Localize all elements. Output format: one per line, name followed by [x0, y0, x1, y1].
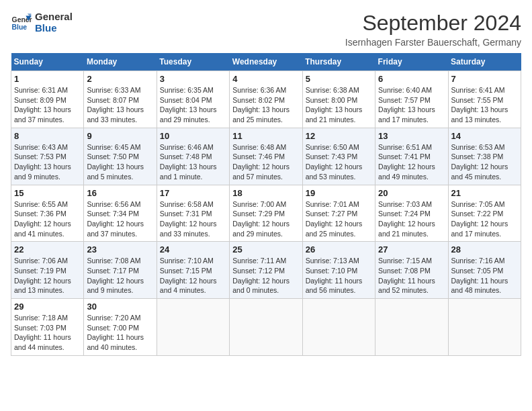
calendar-cell: 13Sunrise: 6:51 AM Sunset: 7:41 PM Dayli…: [375, 128, 448, 185]
day-info: Sunrise: 7:06 AM Sunset: 7:19 PM Dayligh…: [14, 256, 81, 295]
day-info: Sunrise: 6:43 AM Sunset: 7:53 PM Dayligh…: [14, 142, 81, 182]
day-info: Sunrise: 6:36 AM Sunset: 8:02 PM Dayligh…: [232, 85, 299, 125]
day-number: 29: [14, 302, 81, 312]
calendar-cell: 22Sunrise: 7:06 AM Sunset: 7:19 PM Dayli…: [11, 242, 84, 299]
day-info: Sunrise: 7:10 AM Sunset: 7:15 PM Dayligh…: [160, 256, 226, 295]
day-info: Sunrise: 6:38 AM Sunset: 8:00 PM Dayligh…: [306, 85, 372, 125]
svg-text:Blue: Blue: [12, 24, 28, 31]
calendar-cell: 16Sunrise: 6:56 AM Sunset: 7:34 PM Dayli…: [84, 185, 157, 242]
calendar-cell: 14Sunrise: 6:53 AM Sunset: 7:38 PM Dayli…: [448, 128, 521, 185]
day-number: 13: [378, 131, 445, 141]
day-info: Sunrise: 7:15 AM Sunset: 7:08 PM Dayligh…: [378, 256, 445, 295]
calendar-cell: 29Sunrise: 7:18 AM Sunset: 7:03 PM Dayli…: [11, 299, 84, 356]
day-number: 30: [87, 302, 153, 312]
day-number: 20: [378, 188, 445, 198]
calendar-cell: 20Sunrise: 7:03 AM Sunset: 7:24 PM Dayli…: [375, 185, 448, 242]
calendar-cell: [375, 299, 448, 356]
weekday-header-thursday: Thursday: [302, 53, 375, 71]
day-number: 28: [451, 244, 518, 255]
calendar-cell: 11Sunrise: 6:48 AM Sunset: 7:46 PM Dayli…: [230, 128, 302, 185]
calendar-cell: 3Sunrise: 6:35 AM Sunset: 8:04 PM Daylig…: [157, 71, 229, 128]
week-row-5: 29Sunrise: 7:18 AM Sunset: 7:03 PM Dayli…: [11, 299, 521, 356]
day-info: Sunrise: 6:41 AM Sunset: 7:55 PM Dayligh…: [451, 85, 518, 125]
day-info: Sunrise: 6:56 AM Sunset: 7:34 PM Dayligh…: [87, 199, 153, 239]
logo-line2: Blue: [35, 22, 73, 34]
day-number: 26: [306, 244, 372, 255]
week-row-3: 15Sunrise: 6:55 AM Sunset: 7:36 PM Dayli…: [11, 185, 521, 242]
day-number: 7: [451, 74, 518, 84]
day-info: Sunrise: 6:31 AM Sunset: 8:09 PM Dayligh…: [14, 85, 81, 125]
day-info: Sunrise: 7:03 AM Sunset: 7:24 PM Dayligh…: [378, 199, 445, 239]
day-number: 11: [232, 131, 299, 141]
day-number: 25: [232, 244, 299, 255]
day-info: Sunrise: 6:48 AM Sunset: 7:46 PM Dayligh…: [232, 142, 299, 182]
day-info: Sunrise: 6:33 AM Sunset: 8:07 PM Dayligh…: [87, 85, 153, 125]
calendar-cell: 7Sunrise: 6:41 AM Sunset: 7:55 PM Daylig…: [448, 71, 521, 128]
day-number: 4: [232, 74, 299, 84]
day-number: 12: [306, 131, 372, 141]
calendar-cell: 12Sunrise: 6:50 AM Sunset: 7:43 PM Dayli…: [302, 128, 375, 185]
calendar-cell: 2Sunrise: 6:33 AM Sunset: 8:07 PM Daylig…: [84, 71, 157, 128]
calendar-cell: 26Sunrise: 7:13 AM Sunset: 7:10 PM Dayli…: [302, 242, 375, 299]
day-info: Sunrise: 6:46 AM Sunset: 7:48 PM Dayligh…: [160, 142, 226, 182]
day-info: Sunrise: 7:01 AM Sunset: 7:27 PM Dayligh…: [306, 199, 372, 239]
day-number: 5: [306, 74, 372, 84]
calendar-cell: [448, 299, 521, 356]
title-block: September 2024 Isernhagen Farster Bauers…: [345, 11, 521, 48]
day-number: 22: [14, 244, 81, 255]
logo: General Blue General Blue: [11, 11, 73, 34]
calendar-cell: 5Sunrise: 6:38 AM Sunset: 8:00 PM Daylig…: [302, 71, 375, 128]
day-number: 8: [14, 131, 81, 141]
calendar-cell: 24Sunrise: 7:10 AM Sunset: 7:15 PM Dayli…: [157, 242, 229, 299]
month-title: September 2024: [345, 11, 521, 36]
logo-line1: General: [35, 11, 73, 22]
calendar-cell: 23Sunrise: 7:08 AM Sunset: 7:17 PM Dayli…: [84, 242, 157, 299]
week-row-1: 1Sunrise: 6:31 AM Sunset: 8:09 PM Daylig…: [11, 71, 521, 128]
day-number: 10: [160, 131, 226, 141]
day-info: Sunrise: 7:08 AM Sunset: 7:17 PM Dayligh…: [87, 256, 153, 295]
weekday-header-friday: Friday: [375, 53, 448, 71]
calendar-cell: 30Sunrise: 7:20 AM Sunset: 7:00 PM Dayli…: [84, 299, 157, 356]
calendar-table: SundayMondayTuesdayWednesdayThursdayFrid…: [11, 53, 521, 356]
calendar-cell: 18Sunrise: 7:00 AM Sunset: 7:29 PM Dayli…: [230, 185, 302, 242]
day-number: 27: [378, 244, 445, 255]
calendar-cell: 19Sunrise: 7:01 AM Sunset: 7:27 PM Dayli…: [302, 185, 375, 242]
day-info: Sunrise: 7:00 AM Sunset: 7:29 PM Dayligh…: [232, 199, 299, 239]
day-number: 1: [14, 74, 81, 84]
day-number: 3: [160, 74, 226, 84]
day-number: 21: [451, 188, 518, 198]
day-info: Sunrise: 7:05 AM Sunset: 7:22 PM Dayligh…: [451, 199, 518, 239]
weekday-header-saturday: Saturday: [448, 53, 521, 71]
weekday-header-row: SundayMondayTuesdayWednesdayThursdayFrid…: [11, 53, 521, 71]
day-info: Sunrise: 6:53 AM Sunset: 7:38 PM Dayligh…: [451, 142, 518, 182]
page-header: General Blue General Blue September 2024…: [11, 11, 521, 48]
calendar-cell: 8Sunrise: 6:43 AM Sunset: 7:53 PM Daylig…: [11, 128, 84, 185]
weekday-header-monday: Monday: [84, 53, 157, 71]
day-info: Sunrise: 7:18 AM Sunset: 7:03 PM Dayligh…: [14, 313, 81, 353]
day-info: Sunrise: 6:55 AM Sunset: 7:36 PM Dayligh…: [14, 199, 81, 239]
weekday-header-wednesday: Wednesday: [230, 53, 302, 71]
day-number: 6: [378, 74, 445, 84]
calendar-cell: 9Sunrise: 6:45 AM Sunset: 7:50 PM Daylig…: [84, 128, 157, 185]
day-number: 17: [160, 188, 226, 198]
calendar-cell: [157, 299, 229, 356]
day-info: Sunrise: 6:51 AM Sunset: 7:41 PM Dayligh…: [378, 142, 445, 182]
day-info: Sunrise: 7:11 AM Sunset: 7:12 PM Dayligh…: [232, 256, 299, 295]
day-number: 14: [451, 131, 518, 141]
day-number: 23: [87, 244, 153, 255]
day-info: Sunrise: 7:16 AM Sunset: 7:05 PM Dayligh…: [451, 256, 518, 295]
location: Isernhagen Farster Bauerschaft, Germany: [345, 37, 521, 48]
calendar-cell: 15Sunrise: 6:55 AM Sunset: 7:36 PM Dayli…: [11, 185, 84, 242]
day-info: Sunrise: 7:13 AM Sunset: 7:10 PM Dayligh…: [306, 256, 372, 295]
day-info: Sunrise: 6:40 AM Sunset: 7:57 PM Dayligh…: [378, 85, 445, 125]
calendar-cell: 25Sunrise: 7:11 AM Sunset: 7:12 PM Dayli…: [230, 242, 302, 299]
calendar-cell: 28Sunrise: 7:16 AM Sunset: 7:05 PM Dayli…: [448, 242, 521, 299]
day-number: 18: [232, 188, 299, 198]
day-info: Sunrise: 6:35 AM Sunset: 8:04 PM Dayligh…: [160, 85, 226, 125]
day-number: 2: [87, 74, 153, 84]
week-row-4: 22Sunrise: 7:06 AM Sunset: 7:19 PM Dayli…: [11, 242, 521, 299]
day-number: 24: [160, 244, 226, 255]
calendar-cell: [230, 299, 302, 356]
calendar-cell: 4Sunrise: 6:36 AM Sunset: 8:02 PM Daylig…: [230, 71, 302, 128]
calendar-cell: 10Sunrise: 6:46 AM Sunset: 7:48 PM Dayli…: [157, 128, 229, 185]
